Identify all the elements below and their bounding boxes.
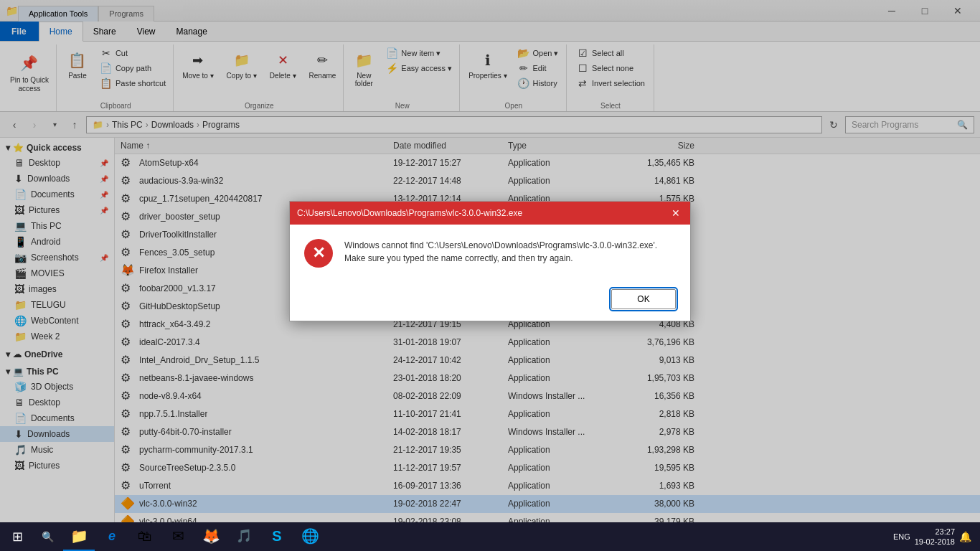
taskbar-language: ENG — [893, 532, 910, 541]
taskbar-media[interactable]: 🎵 — [228, 522, 260, 551]
notification-button[interactable]: 🔔 — [959, 531, 971, 542]
dialog-message: Windows cannot find 'C:\Users\Lenovo\Dow… — [344, 239, 676, 265]
dialog-title-bar: C:\Users\Lenovo\Downloads\Programs\vlc-3… — [290, 202, 690, 225]
taskbar-explorer[interactable]: 📁 — [63, 522, 95, 551]
taskbar-clock: 23:27 19-02-2018 — [915, 527, 955, 547]
dialog-close-button[interactable]: ✕ — [669, 206, 683, 220]
taskbar-system-tray: ENG 23:27 19-02-2018 🔔 — [887, 527, 977, 547]
taskbar-mail[interactable]: ✉ — [162, 522, 194, 551]
start-button[interactable]: ⊞ — [3, 522, 32, 551]
taskbar-firefox[interactable]: 🦊 — [195, 522, 227, 551]
search-button[interactable]: 🔍 — [33, 522, 62, 551]
taskbar-store[interactable]: 🛍 — [129, 522, 161, 551]
taskbar: ⊞ 🔍 📁 e 🛍 ✉ 🦊 🎵 S 🌐 ENG 23:27 19-02-2018… — [0, 522, 980, 551]
dialog-title: C:\Users\Lenovo\Downloads\Programs\vlc-3… — [297, 208, 522, 218]
dialog-overlay: C:\Users\Lenovo\Downloads\Programs\vlc-3… — [0, 0, 980, 522]
taskbar-chrome[interactable]: 🌐 — [294, 522, 326, 551]
taskbar-edge[interactable]: e — [96, 522, 128, 551]
dialog-content: ✕ Windows cannot find 'C:\Users\Lenovo\D… — [290, 225, 690, 282]
taskbar-skype[interactable]: S — [261, 522, 293, 551]
error-icon: ✕ — [304, 239, 333, 268]
dialog-footer: OK — [290, 282, 690, 321]
taskbar-time-display: 23:27 — [915, 527, 955, 537]
dialog-ok-button[interactable]: OK — [611, 289, 676, 309]
error-dialog: C:\Users\Lenovo\Downloads\Programs\vlc-3… — [289, 201, 691, 321]
taskbar-date-display: 19-02-2018 — [915, 537, 955, 547]
